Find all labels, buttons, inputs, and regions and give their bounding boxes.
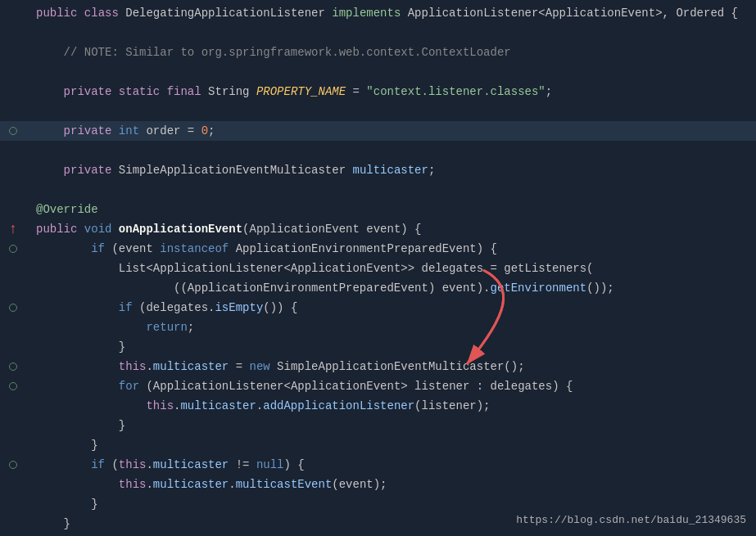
line-content: }	[26, 416, 125, 435]
token-plain: .	[146, 478, 152, 491]
token-kw-blue: null	[256, 458, 284, 471]
line-gutter: ↑	[0, 222, 26, 236]
code-line: }	[0, 416, 756, 435]
token-plain	[36, 321, 146, 334]
token-kw: private	[64, 164, 112, 177]
token-plain: SimpleApplicationEventMulticaster	[111, 164, 352, 177]
token-field: multicaster	[153, 478, 229, 491]
token-plain	[77, 223, 84, 236]
execution-arrow: ↑	[9, 222, 18, 236]
code-line: this.multicaster.addApplicationListener(…	[0, 396, 756, 416]
code-line: public class DelegatingApplicationListen…	[0, 3, 756, 23]
token-plain	[36, 124, 64, 137]
token-plain	[160, 85, 166, 98]
token-plain: }	[36, 340, 125, 354]
token-plain: ;	[208, 124, 215, 137]
token-kw: final	[167, 85, 201, 98]
line-content: }	[26, 494, 98, 514]
line-content: if (delegates.isEmpty()) {	[26, 298, 297, 318]
code-line: List<ApplicationListener<ApplicationEven…	[0, 259, 756, 278]
code-line: ↑public void onApplicationEvent(Applicat…	[0, 219, 756, 239]
line-content: if (event instanceof ApplicationEnvironm…	[26, 239, 497, 259]
token-field: addApplicationListener	[263, 399, 414, 412]
token-plain: }	[36, 419, 125, 432]
token-kw: public	[36, 7, 77, 20]
code-line	[0, 101, 756, 121]
token-field: multicaster	[153, 458, 229, 471]
line-content: public class DelegatingApplicationListen…	[26, 3, 738, 23]
token-plain: ((ApplicationEnvironmentPreparedEvent) e…	[36, 282, 491, 295]
token-plain: ) {	[284, 458, 305, 471]
line-content: for (ApplicationListener<ApplicationEven…	[26, 376, 573, 396]
token-string: "context.listener.classes"	[366, 85, 545, 98]
code-line: this.multicaster = new SimpleApplication…	[0, 357, 756, 376]
breakpoint-dot[interactable]	[9, 304, 17, 312]
token-plain: }	[36, 498, 98, 511]
line-content: return;	[26, 318, 194, 337]
breakpoint-dot[interactable]	[9, 363, 17, 371]
token-kw: private	[64, 124, 112, 137]
token-plain: .	[146, 360, 152, 373]
code-editor: public class DelegatingApplicationListen…	[0, 0, 756, 536]
token-method-bold: onApplicationEvent	[119, 223, 242, 236]
token-plain: (ApplicationEvent event) {	[242, 223, 421, 236]
token-plain: (ApplicationListener	[139, 380, 283, 393]
watermark: https://blog.csdn.net/baidu_21349635	[516, 514, 746, 526]
token-plain	[36, 360, 119, 373]
token-plain: ()) {	[263, 301, 297, 314]
breakpoint-dot[interactable]	[9, 382, 17, 390]
code-line	[0, 141, 756, 160]
token-plain	[36, 478, 119, 491]
token-plain	[36, 458, 91, 471]
token-field: multicastEvent	[236, 478, 333, 491]
token-plain: .	[146, 458, 152, 471]
line-gutter	[0, 304, 26, 312]
token-plain	[36, 164, 64, 177]
code-line: this.multicaster.multicastEvent(event);	[0, 475, 756, 494]
line-content: private static final String PROPERTY_NAM…	[26, 82, 552, 101]
token-plain: ;	[428, 164, 435, 177]
line-content: }	[26, 514, 70, 534]
token-plain: .	[256, 399, 263, 412]
token-plain: List	[36, 262, 146, 275]
token-field: multicaster	[180, 399, 256, 412]
token-kw: static	[119, 85, 160, 98]
breakpoint-dot[interactable]	[9, 461, 17, 469]
token-italic-yellow: PROPERTY_NAME	[256, 85, 346, 98]
line-content: this.multicaster.addApplicationListener(…	[26, 396, 491, 416]
token-interface: implements	[332, 7, 401, 20]
token-plain: <ApplicationEvent>	[283, 380, 407, 393]
token-kw: this	[119, 458, 147, 471]
line-content: if (this.multicaster != null) {	[26, 455, 305, 475]
token-plain: ;	[188, 321, 194, 334]
token-plain	[36, 242, 91, 255]
token-plain: String	[201, 85, 256, 98]
token-plain	[36, 85, 64, 98]
token-plain: <ApplicationEvent>> delegates = getListe…	[283, 262, 593, 275]
line-content: this.multicaster.multicastEvent(event);	[26, 475, 387, 494]
token-plain: (delegates.	[133, 301, 215, 314]
token-plain	[111, 85, 118, 98]
code-line: // NOTE: Similar to org.springframework.…	[0, 43, 756, 62]
line-content: }	[26, 337, 125, 357]
code-line: }	[0, 337, 756, 357]
code-line: private int order = 0;	[0, 121, 756, 141]
token-kw-blue: void	[84, 223, 112, 236]
line-content: List<ApplicationListener<ApplicationEven…	[26, 259, 594, 278]
breakpoint-dot[interactable]	[9, 127, 17, 135]
code-line: ((ApplicationEnvironmentPreparedEvent) e…	[0, 278, 756, 298]
code-line	[0, 23, 756, 43]
token-kw: private	[64, 85, 112, 98]
code-line: }	[0, 435, 756, 455]
token-kw-blue: instanceof	[160, 242, 229, 255]
token-plain: DelegatingApplicationListener	[119, 7, 332, 20]
token-kw-blue: if	[91, 458, 105, 471]
token-plain	[111, 124, 118, 137]
line-gutter	[0, 382, 26, 390]
code-area: public class DelegatingApplicationListen…	[0, 0, 756, 536]
code-line: private static final String PROPERTY_NAM…	[0, 82, 756, 101]
token-field: isEmpty	[215, 301, 263, 314]
token-plain: (event	[105, 242, 160, 255]
token-kw: this	[119, 478, 147, 491]
breakpoint-dot[interactable]	[9, 245, 17, 253]
